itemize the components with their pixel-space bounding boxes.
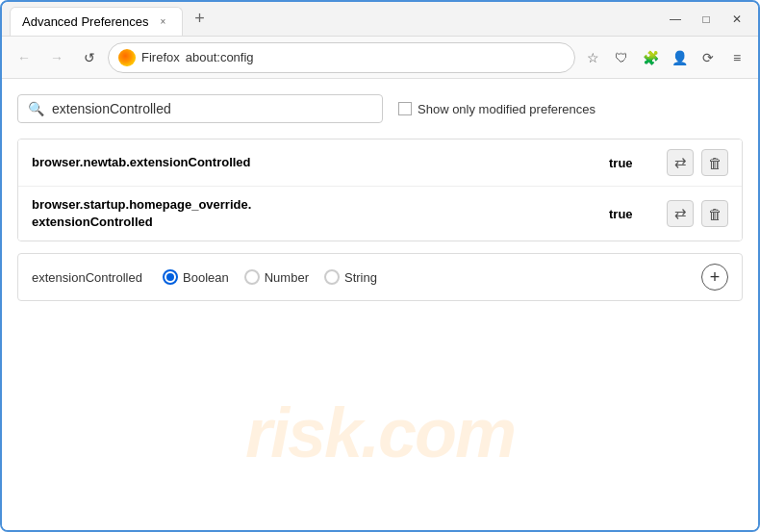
search-container: 🔍 Show only modified preferences	[17, 94, 743, 123]
maximize-button[interactable]: □	[693, 9, 720, 30]
browser-tab[interactable]: Advanced Preferences ×	[10, 7, 183, 36]
bookmark-star-icon[interactable]: ☆	[579, 44, 606, 71]
browser-name: Firefox	[141, 50, 180, 64]
add-preference-button[interactable]: +	[701, 264, 728, 291]
sync-icon[interactable]: ⟳	[695, 44, 722, 71]
show-modified-label: Show only modified preferences	[418, 102, 595, 116]
show-modified-wrap: Show only modified preferences	[398, 102, 595, 116]
pref-value-2: true	[609, 207, 667, 221]
extensions-icon[interactable]: 🧩	[637, 44, 664, 71]
add-preference-row: extensionControlled Boolean Number Strin…	[17, 253, 743, 301]
refresh-button[interactable]: ↺	[75, 43, 104, 72]
show-modified-checkbox[interactable]	[398, 102, 412, 115]
pref-delete-button-1[interactable]: 🗑	[701, 149, 728, 176]
new-tab-button[interactable]: +	[187, 6, 214, 33]
type-radio-group: Boolean Number String	[163, 269, 377, 285]
preferences-table: browser.newtab.extensionControlled true …	[17, 139, 743, 241]
number-radio-circle[interactable]	[244, 269, 260, 285]
type-number-option[interactable]: Number	[244, 269, 309, 285]
pref-value-1: true	[609, 156, 667, 170]
firefox-logo-icon	[118, 49, 136, 66]
pref-toggle-button-2[interactable]: ⇄	[667, 200, 694, 227]
tab-close-button[interactable]: ×	[157, 14, 170, 28]
back-button[interactable]: ←	[10, 43, 38, 72]
table-row: browser.startup.homepage_override. exten…	[18, 187, 742, 241]
content-area: 🔍 Show only modified preferences browser…	[2, 79, 758, 530]
search-icon: 🔍	[28, 101, 44, 116]
number-label: Number	[265, 270, 309, 285]
menu-button[interactable]: ≡	[723, 44, 750, 71]
pref-actions-1: ⇄ 🗑	[667, 149, 728, 176]
profile-icon[interactable]: 👤	[666, 44, 693, 71]
url-text: about:config	[186, 50, 254, 64]
close-button[interactable]: ✕	[723, 9, 750, 30]
string-radio-circle[interactable]	[324, 269, 340, 285]
window-controls: — □ ✕	[662, 9, 750, 30]
type-string-option[interactable]: String	[324, 269, 377, 285]
forward-button[interactable]: →	[42, 43, 71, 72]
nav-right-icons: ☆ 🛡 🧩 👤 ⟳ ≡	[579, 44, 750, 71]
pref-name-2: browser.startup.homepage_override. exten…	[32, 196, 609, 231]
navigation-bar: ← → ↺ Firefox about:config ☆ 🛡 🧩 👤 ⟳ ≡	[2, 37, 758, 79]
minimize-button[interactable]: —	[662, 9, 689, 30]
boolean-label: Boolean	[183, 270, 229, 285]
address-bar[interactable]: Firefox about:config	[108, 42, 575, 73]
string-label: String	[344, 270, 377, 285]
pref-toggle-button-1[interactable]: ⇄	[667, 149, 694, 176]
type-boolean-option[interactable]: Boolean	[163, 269, 229, 285]
search-input-wrap[interactable]: 🔍	[17, 94, 383, 123]
pref-actions-2: ⇄ 🗑	[667, 200, 728, 227]
tab-title: Advanced Preferences	[22, 14, 149, 29]
title-bar: Advanced Preferences × + — □ ✕	[2, 2, 758, 37]
table-row: browser.newtab.extensionControlled true …	[18, 139, 742, 187]
shield-icon[interactable]: 🛡	[608, 44, 635, 71]
boolean-radio-circle[interactable]	[163, 269, 178, 285]
pref-name-1: browser.newtab.extensionControlled	[32, 154, 609, 171]
pref-delete-button-2[interactable]: 🗑	[701, 200, 728, 227]
search-input[interactable]	[52, 101, 372, 116]
new-pref-name: extensionControlled	[32, 270, 147, 285]
